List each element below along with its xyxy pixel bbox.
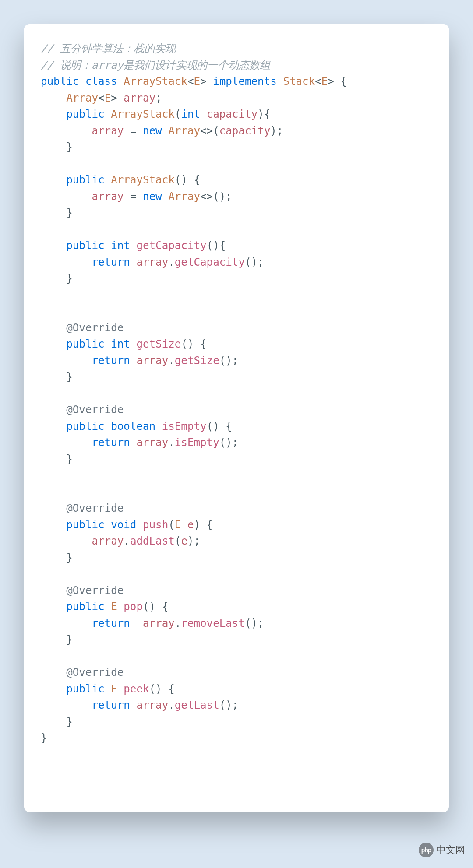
type-param: E	[111, 683, 117, 695]
comment-line: // 五分钟学算法：栈的实现	[41, 42, 176, 55]
keyword: public	[66, 601, 104, 613]
annotation: @Override	[66, 404, 124, 416]
identifier: array	[92, 125, 124, 137]
annotation: @Override	[66, 666, 124, 678]
method: isEmpty	[162, 420, 207, 432]
watermark: php 中文网	[419, 843, 465, 857]
keyword: public	[66, 338, 104, 350]
method: getSize	[136, 338, 181, 350]
annotation: @Override	[66, 502, 124, 514]
keyword: boolean	[111, 420, 155, 432]
method: getCapacity	[136, 239, 206, 252]
keyword: int	[181, 108, 200, 120]
constructor: ArrayStack	[111, 174, 175, 186]
type-param: E	[111, 601, 117, 613]
keyword: void	[111, 519, 136, 531]
keyword: public	[66, 239, 104, 252]
keyword: return	[92, 699, 130, 711]
keyword: return	[92, 436, 130, 449]
annotation: @Override	[66, 322, 124, 334]
method: getCapacity	[175, 256, 245, 268]
keyword: return	[92, 617, 130, 629]
identifier: capacity	[219, 125, 271, 137]
type: Array	[168, 125, 200, 137]
type-param: E	[175, 519, 181, 531]
identifier: array	[92, 190, 124, 203]
type: ArrayStack	[124, 75, 187, 88]
keyword: public	[66, 174, 104, 186]
keyword: public	[41, 75, 79, 88]
identifier: e	[181, 535, 187, 547]
keyword: return	[92, 355, 130, 367]
keyword: class	[85, 75, 117, 88]
identifier: array	[136, 256, 168, 268]
code-card: // 五分钟学算法：栈的实现 // 说明：array是我们设计实现的一个动态数组…	[24, 24, 449, 812]
keyword: new	[143, 190, 162, 203]
type: Stack	[283, 75, 315, 88]
keyword: int	[111, 338, 130, 350]
keyword: public	[66, 108, 104, 120]
method: getLast	[175, 699, 219, 711]
keyword: new	[143, 125, 162, 137]
comment-line: // 说明：array是我们设计实现的一个动态数组	[41, 59, 271, 71]
constructor: ArrayStack	[111, 108, 175, 120]
type-param: E	[194, 75, 201, 88]
method: push	[143, 519, 168, 531]
type: Array	[66, 92, 98, 104]
param: capacity	[207, 108, 258, 120]
code-block: // 五分钟学算法：栈的实现 // 说明：array是我们设计实现的一个动态数组…	[41, 41, 436, 747]
method: removeLast	[181, 617, 245, 629]
identifier: array	[136, 355, 168, 367]
type: Array	[168, 190, 200, 203]
php-logo-icon: php	[419, 843, 434, 857]
keyword: int	[111, 239, 130, 252]
method: addLast	[130, 535, 175, 547]
identifier: array	[124, 92, 155, 104]
identifier: array	[92, 535, 124, 547]
method: peek	[124, 683, 149, 695]
identifier: array	[136, 699, 168, 711]
identifier: array	[136, 436, 168, 449]
keyword: public	[66, 519, 104, 531]
method: getSize	[175, 355, 219, 367]
identifier: array	[143, 617, 175, 629]
type-param: E	[105, 92, 111, 104]
method: pop	[124, 601, 143, 613]
keyword: public	[66, 683, 104, 695]
keyword: public	[66, 420, 104, 432]
type-param: E	[321, 75, 328, 88]
method: isEmpty	[175, 436, 219, 449]
keyword: implements	[213, 75, 277, 88]
param: e	[187, 519, 194, 531]
watermark-label: 中文网	[436, 843, 465, 857]
annotation: @Override	[66, 584, 124, 597]
keyword: return	[92, 256, 130, 268]
